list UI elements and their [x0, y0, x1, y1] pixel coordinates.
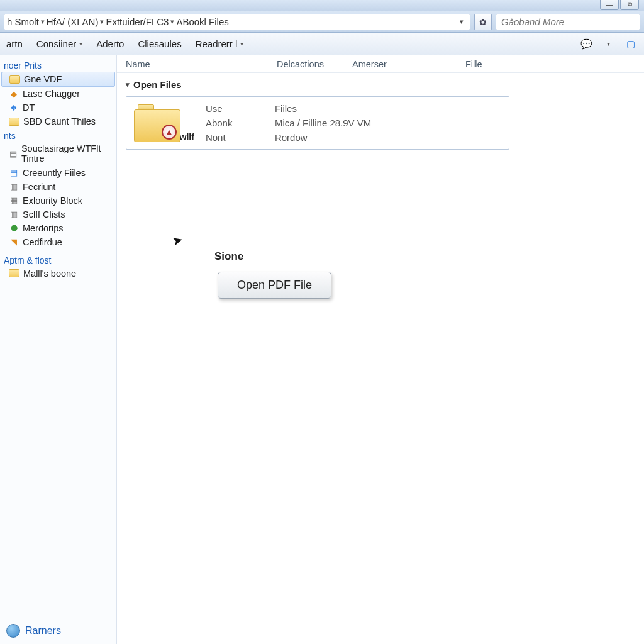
preview-pane-button[interactable]: ▢: [624, 37, 638, 51]
chevron-icon: ▾: [170, 18, 174, 26]
sidebar-item-label: Gne VDF: [24, 74, 62, 84]
crumb-2[interactable]: Exttuider/FLC3: [106, 16, 169, 27]
chevron-down-icon: ▾: [240, 40, 243, 47]
collapse-icon: ▾: [126, 80, 130, 89]
doc-icon: ▤: [9, 149, 18, 159]
meta-key: Abonk: [206, 118, 275, 128]
sidebar: noer Prits Gne VDF ◆Lase Chagger ❖DT SBD…: [0, 55, 117, 644]
cursor-icon: ➤: [170, 231, 185, 249]
minimize-button[interactable]: —: [600, 0, 619, 10]
search-input[interactable]: [496, 14, 640, 30]
crumb-3[interactable]: ABookl Files: [176, 16, 228, 27]
sidebar-item-label: Souclasirage WTFlt Tintre: [21, 144, 113, 164]
folder-icon: [9, 118, 19, 126]
gear-button[interactable]: ✿: [474, 14, 492, 30]
rss-icon: ◥: [9, 237, 19, 247]
crumb-1[interactable]: HfA/ (XLAN): [47, 16, 99, 27]
toolbar-item-3[interactable]: Cliesaules: [138, 38, 181, 49]
meta-key: Use: [206, 103, 275, 114]
address-dropdown-icon[interactable]: ▾: [456, 18, 467, 26]
file-item[interactable]: ▲ Fwllf UseFiiles AbonkMica / Filline 28…: [126, 96, 509, 150]
chevron-icon: ▾: [41, 18, 45, 26]
sidebar-header-0: noer Prits: [0, 58, 116, 72]
sidebar-item-label: Exlourity Block: [23, 196, 82, 206]
chevron-down-icon: ▾: [607, 40, 610, 47]
content-area: noer Prits Gne VDF ◆Lase Chagger ❖DT SBD…: [0, 55, 644, 644]
list-icon: ▤: [9, 168, 19, 178]
meta-key: Nont: [206, 132, 275, 143]
explorer-window: — ⧉ h Smolt▾ HfA/ (XLAN)▾ Exttuider/FLC3…: [0, 0, 644, 644]
doc-icon: ▥: [9, 182, 19, 192]
sidebar-item-sclff[interactable]: ▥Sclff Clists: [0, 208, 116, 221]
sidebar-item-label: Fecriunt: [23, 182, 55, 192]
sidebar-item-creeuntly[interactable]: ▤Creeuntly Fiiles: [0, 166, 116, 180]
folder-icon: [9, 75, 20, 84]
sidebar-item-exlourity[interactable]: ▦Exlourity Block: [0, 194, 116, 208]
sidebar-item-label: SBD Caunt Thiles: [23, 116, 96, 126]
folder-large-icon: ▲: [134, 104, 180, 142]
address-row: h Smolt▾ HfA/ (XLAN)▾ Exttuider/FLC3▾ AB…: [0, 11, 644, 33]
gear-icon: ✿: [479, 17, 487, 27]
sidebar-item-fecriunt[interactable]: ▥Fecriunt: [0, 180, 116, 194]
globe-icon: [6, 624, 20, 638]
chevron-icon: ▾: [100, 18, 104, 26]
sidebar-item-gne-vdf[interactable]: Gne VDF: [1, 72, 115, 87]
sidebar-item-dt[interactable]: ❖DT: [0, 101, 116, 114]
pane-icon: ▢: [626, 38, 635, 50]
sidebar-item-souclasirage[interactable]: ▤Souclasirage WTFlt Tintre: [0, 142, 116, 166]
column-headers: Name Delcactions Amerser Fille: [117, 55, 644, 73]
sidebar-item-lase-chagger[interactable]: ◆Lase Chagger: [0, 87, 116, 101]
doc-icon: ▥: [9, 209, 19, 219]
col-amerser[interactable]: Amerser: [352, 59, 465, 69]
help-button[interactable]: 💬: [579, 37, 593, 51]
toolbar-item-1[interactable]: Consiiner▾: [36, 38, 82, 49]
meta-value: Mica / Filline 28.9V VM: [275, 118, 371, 128]
titlebar: — ⧉: [0, 0, 644, 11]
app-icon: ⬣: [9, 223, 19, 233]
meta-value: Fiiles: [275, 103, 371, 114]
sidebar-item-label: Lase Chagger: [23, 89, 80, 99]
toolbar: artn Consiiner▾ Aderto Cliesaules Readre…: [0, 33, 644, 55]
folder-icon: [9, 269, 19, 277]
toolbar-item-4[interactable]: Readrerr l▾: [196, 38, 244, 49]
sidebar-item-label: Malll's boone: [23, 269, 76, 279]
sidebar-item-cedfirdue[interactable]: ◥Cedfirdue: [0, 235, 116, 249]
sidebar-footer[interactable]: Rarners: [0, 621, 67, 640]
sidebar-item-sbd[interactable]: SBD Caunt Thiles: [0, 114, 116, 128]
group-title: Open Files: [133, 79, 182, 90]
tooltip-label: Sione: [214, 250, 243, 263]
col-delcactions[interactable]: Delcactions: [277, 59, 352, 69]
chat-icon: 💬: [580, 38, 592, 50]
sidebar-header-2: Aptm & flost: [0, 253, 116, 267]
app-icon: ❖: [9, 103, 19, 113]
doc-icon: ▦: [9, 196, 19, 206]
pdf-badge-icon: ▲: [162, 125, 177, 140]
col-name[interactable]: Name: [126, 59, 277, 69]
sidebar-item-label: Merdorips: [23, 223, 63, 233]
sidebar-item-label: Cedfirdue: [23, 237, 62, 247]
crumb-0[interactable]: h Smolt: [7, 16, 39, 27]
sidebar-item-label: Creeuntly Fiiles: [23, 168, 86, 178]
sidebar-item-label: DT: [23, 103, 35, 113]
group-header[interactable]: ▾ Open Files: [117, 73, 644, 94]
main-pane: Name Delcactions Amerser Fille ▾ Open Fi…: [117, 55, 644, 644]
file-meta: UseFiiles AbonkMica / Filline 28.9V VM N…: [206, 103, 371, 143]
sidebar-item-malll[interactable]: Malll's boone: [0, 267, 116, 280]
breadcrumb[interactable]: h Smolt▾ HfA/ (XLAN)▾ Exttuider/FLC3▾ AB…: [4, 14, 470, 30]
window-controls: — ⧉: [600, 0, 639, 10]
col-file[interactable]: Fille: [465, 59, 528, 69]
open-pdf-button[interactable]: Open PDF File: [218, 272, 331, 299]
app-icon: ◆: [9, 89, 19, 99]
sidebar-item-label: Sclff Clists: [23, 209, 65, 219]
chevron-down-icon: ▾: [79, 40, 82, 47]
sidebar-header-1: nts: [0, 128, 116, 142]
footer-label: Rarners: [25, 625, 61, 636]
meta-value: Rordow: [275, 132, 371, 143]
toolbar-item-0[interactable]: artn: [6, 38, 23, 49]
sidebar-item-merdorips[interactable]: ⬣Merdorips: [0, 221, 116, 235]
maximize-button[interactable]: ⧉: [620, 0, 639, 10]
toolbar-item-2[interactable]: Aderto: [96, 38, 124, 49]
